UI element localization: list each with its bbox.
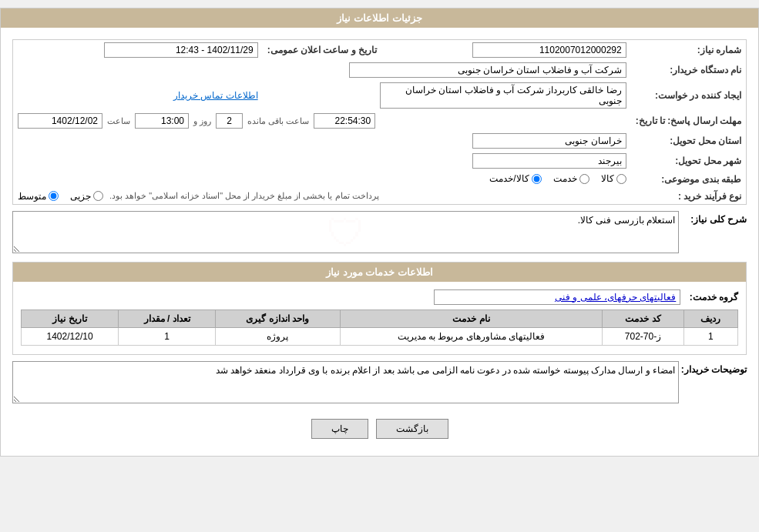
page-header: جزئیات اطلاعات نیاز xyxy=(1,8,758,28)
col-service-code: کد خدمت xyxy=(603,309,683,327)
creator-label: ایجاد کننده در خواست: xyxy=(631,80,746,111)
purchase-motavaset-option[interactable]: متوسط xyxy=(18,191,59,202)
category-kala-khedmat-radio[interactable] xyxy=(532,174,542,184)
need-number-label: شماره نیاز: xyxy=(631,40,746,60)
city-label: شهر محل تحویل: xyxy=(631,151,746,171)
col-quantity: تعداد / مقدار xyxy=(119,309,216,327)
col-row-num: ردیف xyxy=(683,309,737,327)
purchase-jozei-radio[interactable] xyxy=(93,191,103,201)
purchase-type-label: نوع فرآیند خرید : xyxy=(631,189,746,204)
services-table: ردیف کد خدمت نام خدمت واحد اندازه گیری ت… xyxy=(21,309,738,346)
announce-datetime-value: 1402/11/29 - 12:43 xyxy=(104,42,258,58)
cell-service-name: فعالیتهای مشاورهای مربوط به مدیریت xyxy=(340,327,603,345)
purchase-jozei-label: جزیی xyxy=(70,191,91,202)
remaining-time: 22:54:30 xyxy=(314,113,375,129)
response-days-label: روز و xyxy=(193,116,211,126)
buyer-org-value: شرکت آب و فاضلاب استان خراسان جنوبی xyxy=(349,62,626,78)
cell-unit: پروژه xyxy=(216,327,340,345)
purchase-motavaset-label: متوسط xyxy=(18,191,46,202)
province-label: استان محل تحویل: xyxy=(631,131,746,151)
col-deadline: تاریخ نیاز xyxy=(22,309,119,327)
table-row: 1 ز-70-702 فعالیتهای مشاورهای مربوط به م… xyxy=(22,327,738,345)
category-kala-label: کالا xyxy=(601,173,614,184)
category-khedmat-option[interactable]: خدمت xyxy=(553,173,589,184)
response-deadline-label: مهلت ارسال پاسخ: تا تاریخ: xyxy=(631,111,746,131)
purchase-note: پرداخت تمام یا بخشی از مبلغ خریدار از مح… xyxy=(109,191,379,201)
buyer-org-label: نام دستگاه خریدار: xyxy=(631,60,746,80)
col-unit: واحد اندازه گیری xyxy=(216,309,340,327)
category-kala-khedmat-label: کالا/خدمت xyxy=(489,173,529,184)
category-kala-radio[interactable] xyxy=(616,174,626,184)
services-section-title: اطلاعات خدمات مورد نیاز xyxy=(13,263,746,282)
category-label: طبقه بندی موضوعی: xyxy=(631,171,746,189)
cell-quantity: 1 xyxy=(119,327,216,345)
description-textarea[interactable] xyxy=(12,211,679,253)
province-value: خراسان جنوبی xyxy=(472,133,626,149)
back-button[interactable]: بازگشت xyxy=(376,419,448,439)
button-group: بازگشت چاپ xyxy=(12,410,747,448)
purchase-jozei-option[interactable]: جزیی xyxy=(70,191,103,202)
category-khedmat-radio[interactable] xyxy=(579,174,589,184)
buyer-notes-textarea[interactable] xyxy=(12,361,679,403)
category-kala-option[interactable]: کالا xyxy=(601,173,626,184)
col-service-name: نام خدمت xyxy=(340,309,603,327)
response-time-label: ساعت xyxy=(107,116,130,126)
announce-datetime-label: تاریخ و ساعت اعلان عمومی: xyxy=(263,40,381,60)
category-kala-khedmat-option[interactable]: کالا/خدمت xyxy=(489,173,541,184)
purchase-motavaset-radio[interactable] xyxy=(49,191,59,201)
description-label: شرح کلی نیاز: xyxy=(685,211,747,225)
category-khedmat-label: خدمت xyxy=(553,173,577,184)
response-date: 1402/12/02 xyxy=(18,113,102,129)
response-time: 13:00 xyxy=(135,113,189,129)
buyer-notes-label: توضیحات خریدار: xyxy=(685,361,747,375)
page-title: جزئیات اطلاعات نیاز xyxy=(337,12,421,24)
remaining-label: ساعت باقی مانده xyxy=(247,116,309,126)
need-number-value: 1102007012000292 xyxy=(472,42,626,58)
cell-service-code: ز-70-702 xyxy=(603,327,683,345)
creator-value: رضا خالقی کاربرداز شرکت آب و فاضلاب استا… xyxy=(380,82,626,109)
print-button[interactable]: چاپ xyxy=(311,419,368,439)
cell-row-num: 1 xyxy=(683,327,737,345)
contact-link[interactable]: اطلاعات تماس خریدار xyxy=(173,90,258,101)
service-group-value[interactable]: فعالیتهای حرفهای، علمی و فنی xyxy=(434,289,680,305)
service-group-label: گروه خدمت: xyxy=(690,292,738,303)
cell-deadline: 1402/12/10 xyxy=(22,327,119,345)
response-days: 2 xyxy=(216,113,243,129)
city-value: بیرجند xyxy=(472,153,626,169)
